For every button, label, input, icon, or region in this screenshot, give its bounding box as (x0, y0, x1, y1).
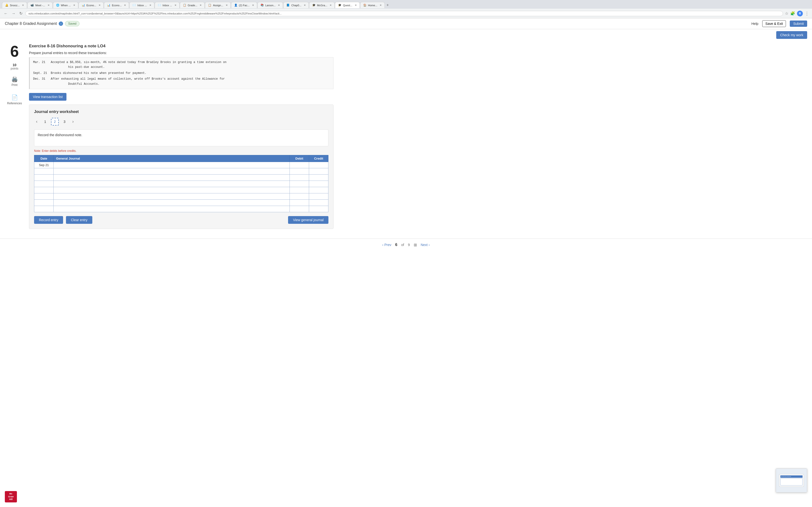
debit-cell-4[interactable] (290, 181, 309, 187)
debit-cell-3[interactable] (290, 174, 309, 181)
tab-mcgra[interactable]: 🎓 McGra... ✕ (309, 2, 335, 8)
profile-avatar[interactable]: R (797, 11, 803, 16)
credit-input-1[interactable] (310, 163, 327, 167)
clear-entry-button[interactable]: Clear entry (66, 216, 92, 224)
submit-button[interactable]: Submit (790, 20, 807, 27)
view-general-journal-button[interactable]: View general journal (288, 216, 328, 224)
debit-cell-7[interactable] (290, 200, 309, 206)
tab-close-icon[interactable]: ✕ (226, 4, 227, 6)
references-button[interactable]: 📄 References (5, 93, 24, 107)
reload-button[interactable]: ↻ (18, 10, 23, 17)
credit-input-2[interactable] (310, 169, 327, 174)
debit-cell-8[interactable] (290, 206, 309, 212)
credit-input-7[interactable] (310, 201, 327, 205)
credit-input-5[interactable] (310, 188, 327, 192)
page-2[interactable]: 2 (51, 118, 59, 125)
journal-input-2[interactable] (55, 169, 289, 174)
tab-close-icon[interactable]: ✕ (149, 4, 151, 6)
view-transaction-list-button[interactable]: View transaction list (29, 93, 66, 101)
debit-input-8[interactable] (291, 207, 308, 211)
credit-input-6[interactable] (310, 194, 327, 199)
journal-cell-6[interactable] (54, 193, 290, 200)
credit-cell-3[interactable] (309, 174, 328, 181)
tab-quest-active[interactable]: 🎓 Quest... ✕ (335, 2, 360, 8)
tab-assign[interactable]: 📋 Assign... ✕ (205, 2, 231, 8)
tab-larson[interactable]: 📚 Larson... ✕ (257, 2, 283, 8)
page-3[interactable]: 3 (61, 118, 68, 125)
credit-cell-2[interactable] (309, 168, 328, 174)
tab-when[interactable]: 🌐 When ... ✕ (53, 2, 78, 8)
credit-input-8[interactable] (310, 207, 327, 211)
prev-button[interactable]: ‹ Prev (382, 243, 391, 247)
tab-chap0[interactable]: 📘 Chap0... ✕ (283, 2, 309, 8)
bookmark-button[interactable]: ☆ (785, 11, 788, 16)
journal-input-8[interactable] (55, 207, 289, 211)
journal-cell-1[interactable] (54, 162, 290, 168)
prev-page-button[interactable]: ‹ (34, 118, 39, 125)
help-link[interactable]: Help (751, 22, 758, 25)
tab-snooz[interactable]: 🔔 Snooz... ✕ (2, 2, 27, 8)
credit-cell-1[interactable] (309, 162, 328, 168)
debit-input-5[interactable] (291, 188, 308, 192)
next-page-button[interactable]: › (70, 118, 75, 125)
tab-facebook[interactable]: 👤 (2) Fac... ✕ (231, 2, 257, 8)
print-button[interactable]: 🖨️ Print (9, 74, 20, 89)
tab-close-icon[interactable]: ✕ (329, 4, 332, 6)
next-button[interactable]: Next › (421, 243, 430, 247)
debit-cell-2[interactable] (290, 168, 309, 174)
new-tab-button[interactable]: + (385, 1, 390, 9)
record-entry-button[interactable]: Record entry (34, 216, 63, 224)
browser-menu-button[interactable]: ⋮ (805, 11, 809, 16)
save-exit-button[interactable]: Save & Exit (762, 20, 786, 27)
tab-econo1[interactable]: 📊 Econo... ✕ (79, 2, 104, 8)
tab-close-icon[interactable]: ✕ (304, 4, 306, 6)
tab-close-icon[interactable]: ✕ (73, 4, 75, 6)
journal-cell-2[interactable] (54, 168, 290, 174)
debit-input-3[interactable] (291, 175, 308, 180)
credit-cell-5[interactable] (309, 187, 328, 193)
credit-cell-8[interactable] (309, 206, 328, 212)
tab-close-icon[interactable]: ✕ (124, 4, 126, 6)
grid-view-icon[interactable]: ⊞ (414, 243, 417, 247)
tab-close-icon[interactable]: ✕ (379, 4, 382, 6)
tab-home[interactable]: 🏠 Home... ✕ (360, 2, 385, 8)
tab-inbox1[interactable]: ✉️ Inbox ... ✕ (129, 2, 154, 8)
journal-input-5[interactable] (55, 188, 289, 192)
credit-cell-6[interactable] (309, 193, 328, 200)
debit-input-2[interactable] (291, 169, 308, 174)
info-icon[interactable]: i (59, 21, 63, 26)
debit-input-7[interactable] (291, 201, 308, 205)
credit-input-4[interactable] (310, 181, 327, 186)
tab-close-icon[interactable]: ✕ (278, 4, 280, 6)
tab-grade[interactable]: 📋 Grade... ✕ (180, 2, 205, 8)
debit-cell-6[interactable] (290, 193, 309, 200)
journal-input-7[interactable] (55, 201, 289, 205)
tab-close-icon[interactable]: ✕ (22, 4, 24, 6)
tab-close-icon[interactable]: ✕ (174, 4, 176, 6)
url-box[interactable]: ezto.mheducation.com/ext/map/index.html?… (26, 11, 783, 16)
page-1[interactable]: 1 (41, 118, 49, 125)
tab-close-icon[interactable]: ✕ (200, 4, 202, 6)
debit-input-1[interactable] (291, 163, 308, 167)
forward-button[interactable]: → (11, 10, 16, 17)
debit-input-6[interactable] (291, 194, 308, 199)
tab-meet[interactable]: 📹 Meet -... ✕ (27, 2, 52, 8)
journal-cell-4[interactable] (54, 181, 290, 187)
back-button[interactable]: ← (3, 10, 9, 17)
journal-input-1[interactable] (55, 163, 289, 167)
journal-cell-5[interactable] (54, 187, 290, 193)
journal-input-4[interactable] (55, 181, 289, 186)
tab-close-icon[interactable]: ✕ (48, 4, 50, 6)
tab-close-icon[interactable]: ✕ (355, 4, 357, 6)
tab-close-icon[interactable]: ✕ (252, 4, 254, 6)
tab-econo2[interactable]: 📊 Econo... ✕ (104, 2, 129, 8)
debit-input-4[interactable] (291, 181, 308, 186)
extensions-button[interactable]: 🧩 (790, 11, 795, 16)
credit-cell-4[interactable] (309, 181, 328, 187)
check-my-work-button[interactable]: Check my work (776, 31, 807, 39)
tab-close-icon[interactable]: ✕ (99, 4, 101, 6)
journal-input-3[interactable] (55, 175, 289, 180)
debit-cell-5[interactable] (290, 187, 309, 193)
credit-input-3[interactable] (310, 175, 327, 180)
journal-cell-7[interactable] (54, 200, 290, 206)
